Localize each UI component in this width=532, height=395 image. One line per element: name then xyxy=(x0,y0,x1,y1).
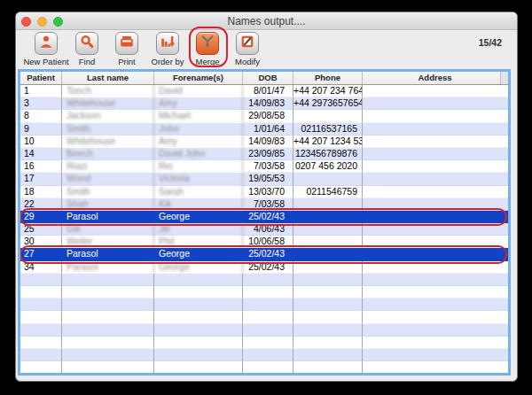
cell-fore xyxy=(154,274,243,286)
table-row[interactable]: 10WhitehouseAmy14/09/83+44 207 1234 532 xyxy=(20,136,508,148)
cell-fore: Victoria xyxy=(154,173,243,185)
cell-phone xyxy=(293,361,363,374)
cell-dob xyxy=(243,274,293,286)
record-counter: 15/42 xyxy=(479,37,502,48)
empty-row[interactable] xyxy=(20,337,508,349)
cell-last: Jackson xyxy=(62,110,154,122)
cell-code xyxy=(20,337,62,349)
cell-last: Smith xyxy=(62,123,154,136)
screenshot-background: Names output.... New Patient xyxy=(0,0,532,395)
cell-code xyxy=(20,324,62,337)
table-row[interactable]: 17WoodVictoria19/05/53 xyxy=(20,173,508,185)
empty-row[interactable] xyxy=(20,274,508,286)
cell-last xyxy=(62,274,154,286)
cell-fore xyxy=(154,361,243,374)
cell-last: Weller xyxy=(62,236,154,248)
table-row[interactable]: 9SmithJohn1/01/6402116537165 xyxy=(20,123,508,136)
modify-button[interactable]: Modify xyxy=(223,32,272,66)
cell-dob xyxy=(243,337,293,349)
empty-row[interactable] xyxy=(20,324,508,337)
empty-row[interactable] xyxy=(20,311,508,323)
cell-address xyxy=(363,261,508,274)
cell-fore: George xyxy=(154,211,243,223)
cell-dob: 29/08/58 xyxy=(243,110,293,122)
cell-last: Beech xyxy=(62,148,154,160)
table-row[interactable]: 22ShahKik7/03/58 xyxy=(20,198,508,211)
cell-dob: 14/09/83 xyxy=(243,136,293,148)
table-row[interactable]: 18SmithSarah13/03/700211546759 xyxy=(20,186,508,198)
cell-code: 9 xyxy=(20,123,62,136)
table-row[interactable]: 3WhitehouseAmy14/09/83+44 2973657654 xyxy=(20,97,508,110)
cell-last xyxy=(62,286,154,298)
table-row[interactable]: 34ParasolGeorge25/02/43 xyxy=(20,261,508,274)
cell-code xyxy=(20,274,62,286)
cell-fore xyxy=(154,298,243,311)
cell-address xyxy=(363,186,508,198)
cell-dob xyxy=(243,361,293,374)
table-row[interactable]: 8JacksonMichael29/08/58 xyxy=(20,110,508,122)
column-header-last-name[interactable]: Last name xyxy=(62,72,154,84)
cell-phone: 0211546759 xyxy=(293,186,363,198)
column-header-phone[interactable]: Phone xyxy=(293,72,363,84)
find-icon xyxy=(79,34,95,53)
app-window: Names output.... New Patient xyxy=(15,12,518,382)
table-row[interactable]: 29ParasolGeorge25/02/43 xyxy=(20,211,508,223)
cell-code xyxy=(20,286,62,298)
column-header-patient-code[interactable]: Patient Code xyxy=(20,72,62,84)
cell-phone xyxy=(293,173,363,185)
cell-phone xyxy=(293,324,363,337)
cell-address xyxy=(363,223,508,236)
cell-address xyxy=(363,248,508,260)
empty-row[interactable] xyxy=(20,298,508,311)
table-row[interactable]: 16RiaziRio7/03/580207 456 2020 xyxy=(20,160,508,173)
table-row[interactable]: 1ToochDavid8/01/47+44 207 234 7646 xyxy=(20,85,508,97)
cell-last xyxy=(62,298,154,311)
empty-row[interactable] xyxy=(20,361,508,374)
table-row[interactable]: 27ParasolGeorge25/02/43 xyxy=(20,248,508,260)
cell-dob: 23/09/85 xyxy=(243,148,293,160)
cell-code: 16 xyxy=(20,160,62,173)
table-row[interactable]: 30WellerPhil10/06/58 xyxy=(20,236,508,248)
cell-dob: 19/05/53 xyxy=(243,173,293,185)
cell-phone xyxy=(293,198,363,211)
cell-phone: +44 207 234 7646 xyxy=(293,85,363,97)
table-header: Patient Code Last name Forename(s) DOB P… xyxy=(20,72,508,85)
cell-fore: Kik xyxy=(154,198,243,211)
cell-last: Parasol xyxy=(62,248,154,260)
cell-fore: Sarah xyxy=(154,186,243,198)
cell-address xyxy=(363,148,508,160)
empty-row[interactable] xyxy=(20,349,508,361)
cell-last xyxy=(62,324,154,337)
patient-table: Patient Code Last name Forename(s) DOB P… xyxy=(18,69,511,376)
cell-fore xyxy=(154,311,243,323)
cell-code: 3 xyxy=(20,97,62,110)
cell-phone: +44 2973657654 xyxy=(293,97,363,110)
column-header-forenames[interactable]: Forename(s) xyxy=(154,72,243,84)
cell-fore xyxy=(154,324,243,337)
empty-row[interactable] xyxy=(20,286,508,298)
cell-code: 27 xyxy=(20,248,62,260)
cell-address xyxy=(363,97,508,110)
cell-fore xyxy=(154,337,243,349)
cell-dob xyxy=(243,349,293,361)
cell-fore: George xyxy=(154,261,243,274)
cell-last: Shah xyxy=(62,198,154,211)
table-row[interactable]: 14BeechDavid John23/09/85123456789876 xyxy=(20,148,508,160)
cell-phone: +44 207 1234 532 xyxy=(293,136,363,148)
table-row[interactable]: 25GillJill4/06/43 xyxy=(20,223,508,236)
cell-dob: 8/01/47 xyxy=(243,85,293,97)
cell-phone xyxy=(293,110,363,122)
cell-code: 17 xyxy=(20,173,62,185)
column-header-address[interactable]: Address xyxy=(363,72,508,84)
cell-fore: Amy xyxy=(154,97,243,110)
cell-last: Whitehouse xyxy=(62,136,154,148)
cell-code: 10 xyxy=(20,136,62,148)
cell-address xyxy=(363,85,508,97)
cell-dob: 10/06/58 xyxy=(243,236,293,248)
column-header-dob[interactable]: DOB xyxy=(243,72,293,84)
cell-address xyxy=(363,136,508,148)
cell-code xyxy=(20,298,62,311)
cell-last: Gill xyxy=(62,223,154,236)
cell-phone xyxy=(293,248,363,260)
cell-dob xyxy=(243,311,293,323)
